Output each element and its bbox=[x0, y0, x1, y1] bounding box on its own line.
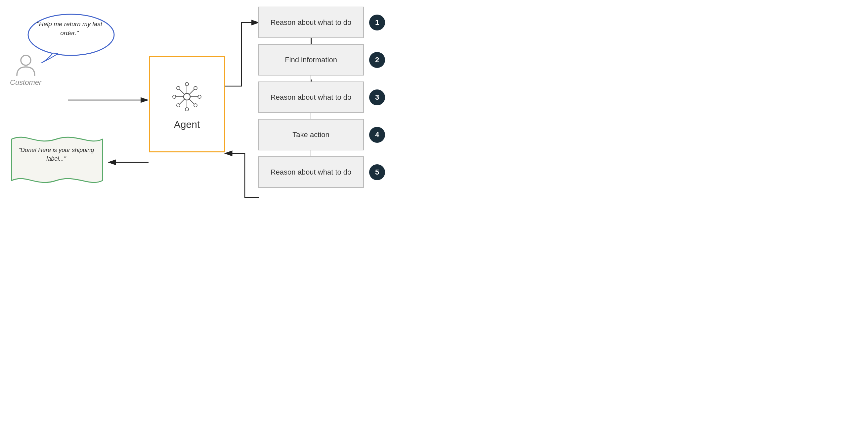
step-circle-2: 2 bbox=[369, 52, 385, 68]
step-num-2: 2 bbox=[375, 56, 379, 64]
step-connector-3-4 bbox=[311, 113, 311, 119]
speech-bubble-text: "Help me return my last order." bbox=[33, 20, 106, 37]
output-bubble: "Done! Here is your shipping label..." bbox=[7, 129, 106, 192]
step-box-3: Reason about what to do bbox=[258, 82, 364, 113]
svg-point-25 bbox=[177, 104, 180, 107]
step-text-2: Find information bbox=[285, 55, 337, 65]
step-connector-4-5 bbox=[311, 150, 311, 157]
diagram: "Help me return my last order." Customer… bbox=[0, 0, 434, 212]
svg-line-24 bbox=[179, 99, 185, 104]
step-box-5: Reason about what to do bbox=[258, 157, 364, 188]
customer-section: Customer bbox=[10, 53, 41, 87]
step-box-4: Take action bbox=[258, 119, 364, 150]
svg-point-8 bbox=[21, 55, 31, 65]
step-row-2: Find information 2 bbox=[258, 44, 404, 76]
svg-line-18 bbox=[189, 89, 194, 94]
step-connector-1-2 bbox=[311, 38, 311, 44]
step-num-1: 1 bbox=[375, 18, 379, 27]
step-connector-2-3 bbox=[311, 76, 311, 82]
step-text-5: Reason about what to do bbox=[271, 167, 352, 177]
step-circle-3: 3 bbox=[369, 89, 385, 105]
customer-label: Customer bbox=[10, 78, 41, 87]
agent-icon bbox=[169, 79, 205, 115]
svg-point-19 bbox=[194, 86, 197, 90]
step-num-3: 3 bbox=[375, 93, 379, 102]
step-row-4: Take action 4 bbox=[258, 119, 404, 150]
agent-box: Agent bbox=[149, 56, 225, 152]
step-text-3: Reason about what to do bbox=[271, 92, 352, 102]
svg-point-23 bbox=[194, 104, 197, 107]
steps-column: Reason about what to do 1 Find informati… bbox=[258, 7, 404, 188]
step-row-5: Reason about what to do 5 bbox=[258, 157, 404, 188]
step-box-1: Reason about what to do bbox=[258, 7, 364, 38]
step-row-1: Reason about what to do 1 bbox=[258, 7, 404, 38]
customer-icon bbox=[14, 53, 37, 76]
step-num-5: 5 bbox=[375, 168, 379, 176]
svg-line-22 bbox=[189, 99, 194, 104]
step-text-1: Reason about what to do bbox=[271, 18, 352, 28]
step-circle-4: 4 bbox=[369, 127, 385, 143]
step-text-4: Take action bbox=[292, 130, 329, 140]
step-circle-1: 1 bbox=[369, 15, 385, 30]
step-num-4: 4 bbox=[375, 131, 379, 139]
step-row-3: Reason about what to do 3 bbox=[258, 82, 404, 113]
step-circle-5: 5 bbox=[369, 164, 385, 180]
svg-line-20 bbox=[179, 89, 185, 94]
step-box-2: Find information bbox=[258, 44, 364, 76]
output-bubble-text: "Done! Here is your shipping label..." bbox=[18, 146, 94, 163]
agent-label: Agent bbox=[174, 119, 200, 130]
svg-point-21 bbox=[177, 86, 180, 90]
